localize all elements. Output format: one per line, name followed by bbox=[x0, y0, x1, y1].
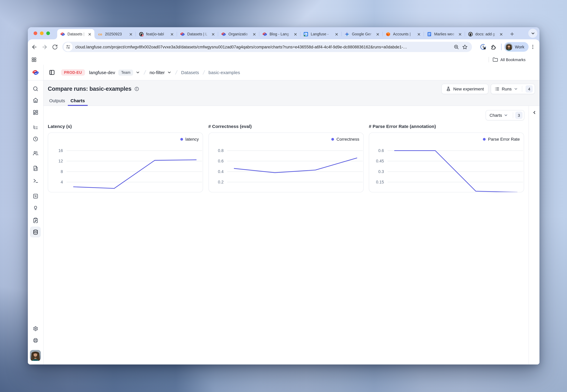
close-icon bbox=[170, 32, 174, 36]
header-divider bbox=[28, 80, 539, 81]
y-tick-label: 0.4 bbox=[218, 169, 224, 174]
tab-close-button[interactable] bbox=[499, 32, 503, 37]
minimize-window-button[interactable] bbox=[40, 31, 43, 35]
tab-close-button[interactable] bbox=[375, 32, 380, 37]
sidebar-item-dashboards[interactable] bbox=[30, 107, 41, 118]
new-experiment-button[interactable]: New experiment bbox=[441, 84, 488, 94]
y-tick-label: 12 bbox=[58, 159, 63, 163]
tab-title: docs: add g bbox=[475, 32, 498, 36]
charts-row: Latency (s)481216latency# Correctness (e… bbox=[48, 106, 524, 192]
apps-grid-icon bbox=[31, 57, 37, 62]
profile-name: Work bbox=[515, 45, 524, 49]
sidebar-item-settings[interactable] bbox=[30, 323, 41, 334]
tab-favicon: co bbox=[98, 32, 103, 37]
breadcrumb-current-page: basic-examples bbox=[209, 70, 240, 75]
page-info-button[interactable] bbox=[134, 86, 139, 91]
close-icon bbox=[88, 32, 92, 36]
close-icon bbox=[252, 32, 256, 36]
page-tab-label: Charts bbox=[71, 98, 85, 103]
chart-legend: latency bbox=[180, 137, 199, 141]
tab-close-button[interactable] bbox=[334, 32, 339, 37]
sidebar-item-support[interactable] bbox=[30, 335, 41, 346]
tab-close-button[interactable] bbox=[252, 32, 256, 37]
chevron-left-icon bbox=[532, 110, 537, 115]
apps-grid-button[interactable] bbox=[30, 55, 38, 64]
chart-title: # Correctness (eval) bbox=[208, 124, 364, 130]
profile-button[interactable]: Work bbox=[504, 42, 529, 52]
org-select-button[interactable] bbox=[136, 70, 140, 75]
close-icon bbox=[499, 32, 503, 36]
environment-badge: PROD-EU bbox=[61, 69, 85, 76]
page-tab-charts[interactable]: Charts bbox=[68, 95, 88, 106]
browser-tab-2[interactable]: co20250923 bbox=[95, 29, 136, 39]
stage: Datasets | Lco20250923feat(io-tablDatase… bbox=[0, 0, 567, 392]
breadcrumb-datasets-link[interactable]: Datasets bbox=[181, 70, 199, 75]
zoom-window-button[interactable] bbox=[46, 31, 50, 35]
collapse-panel-button[interactable] bbox=[531, 109, 538, 116]
close-window-button[interactable] bbox=[34, 31, 37, 35]
extensions-button[interactable] bbox=[488, 42, 498, 52]
browser-tab-6[interactable]: Blog - Lang bbox=[259, 29, 300, 39]
breadcrumb-slash: / bbox=[175, 69, 178, 76]
sidebar-item-annotation[interactable] bbox=[30, 215, 41, 226]
chart-card[interactable]: 0.20.40.60.8Correctness bbox=[208, 132, 364, 192]
panel-left-icon bbox=[49, 69, 55, 76]
page-tab-outputs[interactable]: Outputs bbox=[46, 95, 68, 106]
page-title: Compare runs: basic-examples bbox=[48, 86, 131, 92]
zoom-button[interactable] bbox=[452, 43, 460, 51]
tab-close-button[interactable] bbox=[457, 32, 462, 37]
chart-card[interactable]: 0.150.30.450.6Parse Error Rate bbox=[369, 132, 524, 192]
sidebar-toggle-button[interactable] bbox=[47, 68, 57, 77]
toolbar-right: Work bbox=[475, 42, 537, 52]
sidebar-item-playground[interactable] bbox=[30, 175, 41, 186]
browser-tab-9[interactable]: Accounts | bbox=[383, 29, 424, 39]
sidebar-item-search[interactable] bbox=[30, 83, 41, 94]
tab-close-button[interactable] bbox=[211, 32, 215, 37]
runs-button[interactable]: Runs 4 bbox=[491, 84, 535, 94]
browser-tab-10[interactable]: Marlies wee bbox=[424, 29, 465, 39]
chart-title: Latency (s) bbox=[48, 124, 203, 130]
bookmark-button[interactable] bbox=[460, 43, 469, 51]
browser-tab-5[interactable]: Organizatio bbox=[218, 29, 259, 39]
browser-tab-3[interactable]: feat(io-tabl bbox=[136, 29, 177, 39]
password-manager-button[interactable] bbox=[478, 42, 488, 52]
forward-button[interactable] bbox=[39, 42, 50, 52]
browser-tab-4[interactable]: Datasets | L bbox=[177, 29, 218, 39]
sidebar-item-home[interactable] bbox=[30, 95, 41, 106]
home-icon bbox=[33, 97, 38, 103]
project-name[interactable]: no-filter bbox=[150, 70, 165, 75]
chevron-down-icon bbox=[136, 70, 140, 75]
gemini-favicon bbox=[345, 32, 349, 37]
all-bookmarks[interactable]: All Bookmarks bbox=[489, 57, 525, 62]
sidebar-item-users[interactable] bbox=[30, 148, 41, 158]
sidebar-item-tracing[interactable] bbox=[30, 122, 41, 133]
sidebar-item-datasets[interactable] bbox=[30, 226, 41, 238]
org-name[interactable]: langfuse-dev bbox=[89, 70, 115, 75]
tab-title: Google Ger bbox=[352, 32, 375, 36]
browser-tab-8[interactable]: Google Ger bbox=[341, 29, 383, 39]
tab-close-button[interactable] bbox=[170, 32, 174, 37]
site-settings-button[interactable] bbox=[64, 42, 73, 51]
new-tab-button[interactable] bbox=[508, 30, 516, 38]
sidebar-item-prompts[interactable] bbox=[30, 163, 41, 174]
close-icon bbox=[335, 32, 339, 36]
new-experiment-label: New experiment bbox=[453, 86, 484, 91]
tab-close-button[interactable] bbox=[128, 32, 133, 37]
back-button[interactable] bbox=[29, 42, 39, 52]
user-avatar[interactable] bbox=[30, 349, 41, 362]
sidebar-item-judge[interactable] bbox=[30, 202, 41, 213]
sidebar-item-sessions[interactable] bbox=[30, 133, 41, 144]
browser-tab-1[interactable]: Datasets | L bbox=[57, 29, 94, 39]
browser-menu-button[interactable] bbox=[529, 42, 537, 52]
project-select-button[interactable] bbox=[167, 70, 172, 75]
sidebar-item-evaluation[interactable] bbox=[30, 191, 41, 201]
chart-card[interactable]: 481216latency bbox=[48, 132, 203, 192]
browser-tab-11[interactable]: docs: add g bbox=[465, 29, 506, 39]
tab-close-button[interactable] bbox=[87, 32, 92, 37]
tab-close-button[interactable] bbox=[293, 32, 298, 37]
tab-close-button[interactable] bbox=[416, 32, 421, 37]
address-bar[interactable]: cloud.langfuse.com/project/cmfwgv8fx002o… bbox=[62, 42, 472, 52]
browser-tab-7[interactable]: 6Langfuse - bbox=[300, 29, 341, 39]
tab-strip-chevron-button[interactable] bbox=[528, 29, 537, 38]
reload-button[interactable] bbox=[50, 42, 60, 52]
